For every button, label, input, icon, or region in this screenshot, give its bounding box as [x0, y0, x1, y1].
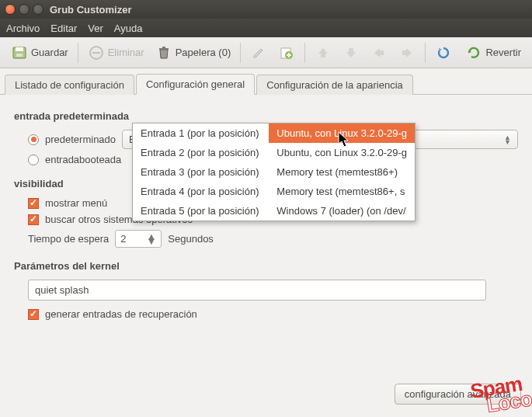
dd-pos-item[interactable]: Entrada 4 (por la posición) — [133, 182, 269, 201]
tab-listado[interactable]: Listado de configuración — [5, 75, 134, 95]
delete-button: Eliminar — [83, 41, 149, 64]
svg-rect-1 — [16, 47, 23, 51]
radio-predeterminado[interactable] — [28, 134, 39, 145]
dd-pos-item[interactable]: Entrada 3 (por la posición) — [133, 162, 269, 182]
edit-button — [245, 41, 272, 64]
dd-pos-item[interactable]: Entrada 1 (por la posición) — [133, 123, 269, 143]
label-predeterminado: predeterminado — [45, 134, 116, 145]
label-mostrar-menu: mostrar menú — [45, 197, 107, 209]
titlebar: Grub Customizer — [0, 0, 532, 19]
save-button[interactable]: Guardar — [6, 41, 73, 64]
dropdown-col-position: Entrada 1 (por la posición) Entrada 2 (p… — [133, 123, 269, 221]
dd-name-item[interactable]: Windows 7 (loader) (on /dev/ — [269, 201, 415, 221]
dd-name-item[interactable]: Memory test (memtest86+) — [269, 162, 415, 182]
delete-icon — [88, 44, 105, 61]
left-button — [366, 41, 392, 64]
arrow-right-icon — [398, 44, 416, 61]
section-entrada-predeterminada: entrada predeterminada — [14, 110, 518, 122]
arrow-down-icon — [342, 44, 360, 61]
revert-button[interactable]: Revertir — [461, 41, 526, 64]
menu-editar[interactable]: Editar — [50, 23, 77, 34]
maximize-window-button[interactable] — [33, 4, 43, 15]
right-button — [394, 41, 420, 64]
check-mostrar-menu[interactable] — [28, 198, 39, 209]
toolbar: Guardar Eliminar Papelera (0) — [0, 37, 532, 68]
svg-rect-2 — [16, 54, 23, 57]
watermark: Spam Loco — [468, 370, 532, 417]
dd-name-item[interactable]: Memory test (memtest86+, s — [269, 182, 415, 201]
check-generar-recuperacion[interactable] — [28, 309, 39, 320]
combo-arrows-icon: ▲▼ — [504, 135, 511, 144]
dropdown-popup: Entrada 1 (por la posición) Entrada 2 (p… — [132, 123, 416, 221]
spin-tiempo-espera[interactable]: 2 ▲▼ — [115, 230, 162, 248]
window-title: Grub Customizer — [50, 4, 131, 16]
menu-ver[interactable]: Ver — [88, 23, 103, 34]
spin-arrows-icon[interactable]: ▲▼ — [146, 235, 156, 244]
down-button — [338, 41, 364, 64]
radio-entradabooteada[interactable] — [28, 155, 39, 165]
refresh-icon — [435, 44, 452, 61]
trash-button[interactable]: Papelera (0) — [151, 41, 236, 64]
dd-name-item[interactable]: Ubuntu, con Linux 3.2.0-29-g — [269, 143, 415, 162]
input-kernel-params[interactable]: quiet splash — [28, 280, 486, 301]
svg-rect-6 — [162, 47, 165, 48]
check-buscar-otros[interactable] — [28, 214, 39, 225]
section-param-kernel: Parámetros del kernel — [14, 260, 518, 272]
add-button[interactable] — [273, 41, 300, 64]
save-icon — [11, 44, 28, 61]
dd-name-item[interactable]: Ubuntu, con Linux 3.2.0-29-g — [269, 123, 415, 143]
menubar: Archivo Editar Ver Ayuda — [0, 19, 532, 37]
revert-icon — [465, 44, 482, 61]
tab-apariencia[interactable]: Configuración de la apariencia — [256, 75, 413, 95]
dd-pos-item[interactable]: Entrada 2 (por la posición) — [133, 143, 269, 162]
refresh-button[interactable] — [430, 41, 457, 64]
tab-bar: Listado de configuración Configuración g… — [0, 73, 532, 95]
add-icon — [278, 44, 295, 61]
svg-rect-5 — [159, 48, 169, 50]
menu-archivo[interactable]: Archivo — [6, 23, 40, 34]
trash-icon — [155, 44, 172, 61]
dd-pos-item[interactable]: Entrada 5 (por la posición) — [133, 201, 269, 221]
label-segundos: Segundos — [168, 233, 214, 245]
close-window-button[interactable] — [5, 4, 16, 15]
tab-general[interactable]: Configuración general — [136, 74, 255, 95]
dropdown-col-name: Ubuntu, con Linux 3.2.0-29-g Ubuntu, con… — [269, 123, 415, 221]
label-entradabooteada: entradabooteada — [45, 154, 121, 165]
arrow-up-icon — [315, 44, 332, 61]
label-tiempo-espera: Tiempo de espera — [28, 233, 109, 245]
label-generar-recuperacion: generar entradas de recuperación — [45, 308, 197, 320]
arrow-left-icon — [370, 44, 388, 61]
menu-ayuda[interactable]: Ayuda — [114, 23, 143, 34]
pencil-icon — [250, 44, 267, 61]
minimize-window-button[interactable] — [19, 4, 30, 15]
up-button — [310, 41, 336, 64]
